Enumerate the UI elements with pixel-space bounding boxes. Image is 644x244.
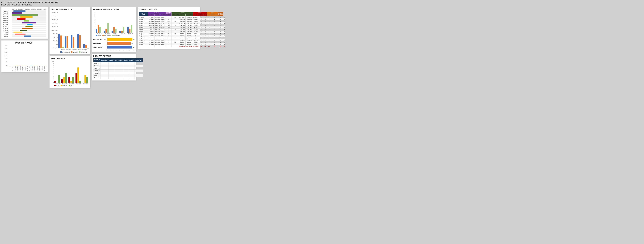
col3: OPEN & PENDING ACTIONS 109876543210 (92, 7, 136, 82)
dash-cell: 16 (166, 31, 171, 33)
dash-cell: 4 (198, 35, 204, 37)
days-bar (36, 66, 38, 66)
dash-cell: 10/01/25 (155, 37, 160, 39)
days-title: DAYS per PROJECT (3, 42, 46, 44)
dash-cell: 1 (204, 41, 207, 43)
dash-cell: 2 (212, 18, 218, 20)
days-bar (27, 66, 30, 66)
dash-cell: Project C (139, 20, 148, 22)
dash-cell: 5 (207, 35, 212, 37)
dash-cell: 4 (223, 16, 225, 18)
dash-cell: 2 (204, 33, 207, 35)
dash-cell: Project M (139, 39, 148, 41)
report-cell (115, 65, 124, 67)
dash-cell: 2 (212, 16, 218, 18)
gantt-row-label: Project A (3, 10, 12, 12)
dh-team: NUMBER OF TEAM MEMBERS (166, 12, 171, 16)
gantt-row-label: Project J (3, 26, 12, 27)
gantt-row: Project F (3, 20, 46, 22)
days-bar (41, 66, 44, 66)
dash-cell: 09/01/25 (155, 33, 160, 35)
dh-timeline: TIMELINE (148, 12, 166, 14)
dash-cell: Project P (139, 43, 148, 45)
risk-bars (54, 61, 89, 83)
report-row: Project B (94, 65, 143, 67)
fin-actual-bar (66, 36, 68, 48)
report-cell (115, 77, 124, 79)
dash-cell: 92 (166, 18, 171, 20)
dash-cell: 5 (171, 18, 179, 20)
actions-hbars: PENDING ACTIONS 18 REVISIONS 16 OPEN ISS… (93, 38, 134, 51)
financials-panel: PROJECT FINANCIALS $2,250,000 $2,000,000… (49, 7, 90, 54)
dash-cell: 08/30/25 (160, 31, 166, 33)
dash-cell: 4 (207, 33, 212, 35)
dash-cell: 5 (207, 18, 212, 20)
dash-cell: $10,000 (193, 20, 198, 22)
dash-cell: $77,000 (179, 35, 186, 37)
dash-cell: 12/01/25 (155, 43, 160, 45)
dash-cell: 1 (218, 41, 223, 43)
days-bar-group (30, 66, 32, 66)
dash-cell: 1 (212, 22, 218, 24)
report-cell-name: Project G (94, 77, 100, 79)
fin-projected-bar (58, 34, 60, 48)
dash-cell: $998,050 (186, 22, 193, 24)
report-cell (115, 67, 124, 70)
dash-total-cell (160, 45, 166, 47)
dash-cell: 0 (212, 24, 218, 27)
fin-projected-bar (77, 34, 79, 48)
gantt-track (12, 14, 46, 16)
gantt-row: Project H (3, 24, 46, 25)
dash-cell: $127,200 (179, 31, 186, 33)
dash-total-cell (155, 45, 160, 47)
dh-open: OPEN (207, 12, 218, 14)
dash-cell: 0 (204, 27, 207, 29)
dash-cell: 10/01/25 (160, 29, 166, 31)
report-cell (115, 70, 124, 72)
report-row: Project E (94, 72, 143, 74)
actions-x-axis: Project A Project B Project C Project D … (93, 33, 134, 34)
dash-cell: 03/01/26 (160, 20, 166, 22)
dash-cell: 06/01/26 (148, 43, 155, 45)
dash-cell: 10 (171, 20, 179, 22)
gantt-bar (27, 24, 32, 25)
report-cell (115, 72, 124, 74)
dash-cell: 10 (171, 24, 179, 27)
dash-cell: 0 (218, 22, 223, 24)
dash-cell: $80,000 (179, 33, 186, 35)
dash-cell: 3 (198, 20, 204, 22)
rh-resources: RESOURCES (115, 58, 124, 62)
fin-actual-bar (73, 37, 74, 48)
dash-cell: 6 (204, 39, 207, 41)
gantt-date-1: 04/23/25 (12, 9, 17, 10)
dash-cell: 10 (171, 41, 179, 43)
dash-cell: 10 (171, 33, 179, 35)
dash-cell: 7 (212, 41, 218, 43)
risk-low-bar (86, 77, 88, 83)
days-bar-group (27, 66, 30, 66)
days-bar (44, 66, 46, 66)
dash-cell: 3 (204, 18, 207, 20)
dash-cell: 10 (171, 37, 179, 39)
dashboard-title: DASHBOARD DATA (139, 9, 198, 11)
days-x-label: Project C (17, 66, 20, 71)
page-wrapper: CUSTOMER SUCCESS ACCOUNT PROJECT PLAN TE… (0, 0, 644, 100)
risk-panel: RISK ANALYSIS 10 9 8 7 6 5 4 3 2 1 0 (49, 56, 90, 88)
gantt-date-5: 08/21/25 (37, 9, 42, 10)
dash-cell: 12/10/25 (160, 33, 166, 35)
dash-cell: 08/01/25 (148, 22, 155, 24)
gantt-track (12, 20, 46, 22)
dash-cell: 0 (218, 35, 223, 37)
gantt-bar (26, 26, 32, 27)
dash-cell: 12/01/25 (160, 41, 166, 43)
risk-low-bar (65, 73, 67, 83)
report-cell (100, 77, 108, 79)
days-bar (22, 66, 24, 66)
days-panel: DAYS per PROJECT 300 250 200 150 100 50 … (1, 40, 48, 72)
dash-cell: 1 (218, 43, 223, 45)
gantt-row: Project J (3, 26, 46, 27)
rh-comments: COMMENTS (134, 58, 143, 62)
gantt-row-label: Project F (3, 20, 12, 22)
gantt-track (12, 30, 46, 31)
dash-cell: Project A (139, 16, 148, 18)
